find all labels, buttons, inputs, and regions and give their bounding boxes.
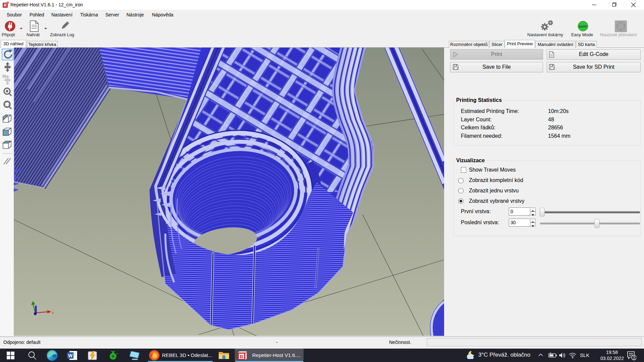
svg-text:R: R (240, 354, 244, 359)
svg-text:2: 2 (633, 356, 635, 360)
svg-text:R: R (4, 3, 7, 8)
svg-text:W: W (68, 353, 73, 358)
svg-text:EASY: EASY (579, 25, 587, 28)
svg-text:x: x (52, 310, 54, 314)
